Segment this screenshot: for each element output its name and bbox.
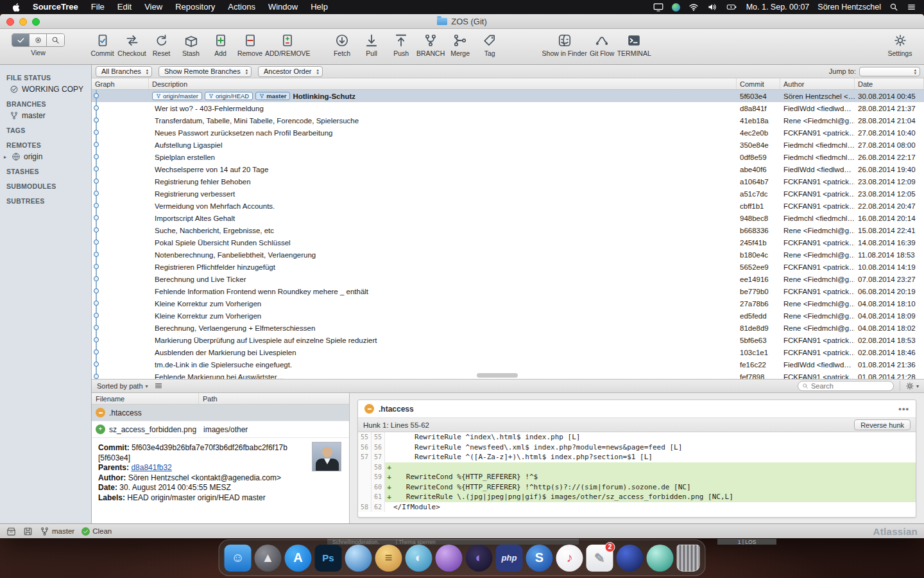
commit-list[interactable]: origin/master origin/HEAD master bbox=[92, 90, 924, 379]
toolbar-button[interactable]: Push bbox=[387, 33, 416, 57]
menubar-menu-item[interactable]: File bbox=[85, 0, 111, 14]
horizontal-scrollbar[interactable] bbox=[477, 373, 518, 378]
commit-row[interactable]: Pokal Spiele Übersicht Runden Schlüssel … bbox=[92, 236, 924, 249]
commit-row[interactable]: Kleine Korrektur zum Vorherigen ed5fedd … bbox=[92, 310, 924, 322]
colorful-app-menu-icon[interactable] bbox=[672, 3, 680, 12]
toolbar-button[interactable]: Add bbox=[206, 33, 235, 57]
spotlight-icon[interactable] bbox=[889, 3, 898, 12]
volume-icon[interactable] bbox=[707, 2, 717, 12]
toolbar-button[interactable]: Checkout bbox=[117, 33, 146, 57]
view-log-segment[interactable] bbox=[30, 34, 47, 46]
commit-row[interactable]: Vermeidung von Mehrfach Accounts. cbff1b… bbox=[92, 200, 924, 212]
commit-row[interactable]: Registrierung verbessert a51c7dc FCKFAN9… bbox=[92, 188, 924, 200]
file-row[interactable]: + sz_access_forbidden.png images/other bbox=[92, 421, 349, 438]
column-header-description[interactable]: Description bbox=[149, 78, 737, 89]
commit-row[interactable]: Aufstellung Ligaspiel 350e84e Fiedmchl <… bbox=[92, 139, 924, 151]
battery-icon[interactable] bbox=[726, 2, 738, 12]
commit-row[interactable]: origin/master origin/HEAD master bbox=[92, 90, 924, 102]
dock-app-icon[interactable] bbox=[677, 545, 700, 572]
column-header-date[interactable]: Date bbox=[855, 78, 924, 89]
toolbar-button[interactable]: Tag bbox=[475, 33, 504, 57]
filter-dropdown[interactable]: Ancestor Order bbox=[258, 66, 323, 77]
toolbar-button[interactable]: Pull bbox=[357, 33, 386, 57]
toolbar-button[interactable]: BRANCH bbox=[416, 33, 445, 57]
commit-row[interactable]: Berechnung, Verlaengerung + Elfmeterschi… bbox=[92, 322, 924, 334]
commit-row[interactable]: Berechnung und Live Ticker ee14916 Rene … bbox=[92, 273, 924, 285]
commit-row[interactable]: Ausblenden der Markierung bei Livespiele… bbox=[92, 346, 924, 358]
dock-app-icon[interactable]: A bbox=[285, 545, 312, 572]
column-header-author[interactable]: Author bbox=[780, 78, 855, 89]
dock-app-icon[interactable] bbox=[345, 545, 372, 572]
file-status-view-button[interactable] bbox=[6, 527, 16, 536]
sort-dropdown[interactable]: Sorted by path bbox=[97, 382, 148, 390]
commit-row[interactable]: Registrierung fehler Behoben a1064b7 FCK… bbox=[92, 175, 924, 188]
commit-row[interactable]: Markierung Überprüfung auf Livespiele au… bbox=[92, 334, 924, 346]
toolbar-button[interactable]: Fetch bbox=[328, 33, 357, 57]
commit-row[interactable]: Neues Passwort zurücksetzen nach Profil … bbox=[92, 127, 924, 139]
view-file-status-segment[interactable] bbox=[12, 34, 30, 46]
dock-app-icon[interactable]: ♪ bbox=[556, 545, 583, 572]
apple-menu[interactable] bbox=[5, 3, 26, 12]
sidebar-item[interactable]: master bbox=[0, 110, 91, 121]
commit-row[interactable]: Transferdatum, Tabelle, Mini Tabelle, Fo… bbox=[92, 114, 924, 127]
toolbar-button[interactable]: Stash bbox=[176, 33, 205, 57]
dock-app-icon[interactable] bbox=[436, 545, 463, 572]
commit-row[interactable]: Spielplan erstellen 0df8e59 Fiedmchl <fi… bbox=[92, 151, 924, 163]
dock-app-icon[interactable]: ◐ bbox=[406, 545, 432, 572]
commit-row[interactable]: Wer ist wo? - 403-Fehlermeldung d8a841f … bbox=[92, 102, 924, 114]
menubar-menu-item[interactable]: Window bbox=[262, 0, 304, 14]
repository-button[interactable] bbox=[23, 527, 33, 536]
minimize-window-button[interactable] bbox=[19, 18, 27, 26]
commit-row[interactable]: Suche, Nachbericht, Ergebnisse, etc b668… bbox=[92, 224, 924, 236]
parent-commit-link[interactable]: d8a841fb32 bbox=[131, 463, 171, 472]
current-branch-indicator[interactable]: master bbox=[40, 527, 74, 536]
toolbar-button[interactable]: Remove bbox=[235, 33, 264, 57]
sidebar-item[interactable]: ▸ origin bbox=[0, 151, 91, 162]
menubar-menu-item[interactable]: Repository bbox=[169, 0, 221, 14]
menubar-menu-item[interactable]: View bbox=[138, 0, 169, 14]
filter-dropdown[interactable]: All Branches bbox=[96, 66, 152, 77]
sidebar-item[interactable]: WORKING COPY bbox=[0, 83, 91, 95]
dock-app-icon[interactable]: ▲ bbox=[255, 545, 282, 572]
notification-center-icon[interactable] bbox=[907, 3, 916, 12]
display-menu-icon[interactable] bbox=[653, 2, 663, 12]
column-header-graph[interactable]: Graph bbox=[92, 78, 149, 89]
column-header-path[interactable]: Path bbox=[199, 393, 349, 404]
commit-row[interactable]: Registrieren Pflichtfelder hinzugefügt 5… bbox=[92, 261, 924, 273]
ref-badge[interactable]: origin/master bbox=[152, 92, 202, 100]
commit-row[interactable]: tm.de-Link in die Spielersuche eingefueg… bbox=[92, 358, 924, 371]
menubar-menu-item[interactable]: Edit bbox=[111, 0, 138, 14]
toolbar-button[interactable]: Git Flow bbox=[588, 33, 617, 57]
toolbar-button[interactable]: Show in Finder bbox=[542, 33, 587, 57]
disclosure-triangle[interactable]: ▸ bbox=[4, 154, 8, 160]
commit-row[interactable]: Fehlende Information Frontend wenn Round… bbox=[92, 285, 924, 297]
dock-app-icon[interactable]: ◐ bbox=[466, 545, 493, 572]
dock-app-icon[interactable]: php bbox=[496, 545, 523, 572]
window-titlebar[interactable]: ZOS (Git) bbox=[0, 14, 924, 29]
menubar-clock[interactable]: Mo. 1. Sep. 00:07 bbox=[746, 3, 810, 12]
diff-lines[interactable]: 55 55 RewriteRule ^index\.html$ index.ph… bbox=[358, 432, 916, 517]
dock-app-icon[interactable] bbox=[647, 545, 674, 572]
close-window-button[interactable] bbox=[6, 18, 14, 26]
ref-badge[interactable]: origin/HEAD bbox=[205, 92, 253, 100]
commit-row[interactable]: Notenberechnung, Fanbeliebtheit, Verlaen… bbox=[92, 249, 924, 261]
toolbar-button[interactable]: ADD/REMOVE bbox=[265, 33, 311, 57]
settings-button[interactable]: Settings bbox=[886, 33, 914, 57]
file-row[interactable]: ••• .htaccess bbox=[92, 405, 349, 421]
search-input[interactable] bbox=[811, 382, 889, 390]
dock-app-icon[interactable]: ☺ bbox=[225, 545, 252, 572]
dock-app-icon[interactable]: Ps bbox=[315, 545, 342, 572]
search-field[interactable] bbox=[798, 381, 894, 391]
toolbar-button[interactable]: Merge bbox=[446, 33, 475, 57]
commit-row[interactable]: Kleine Korrektur zum Vorherigen 27a78b6 … bbox=[92, 297, 924, 310]
column-header-commit[interactable]: Commit bbox=[737, 78, 780, 89]
toolbar-button[interactable]: TERMINAL bbox=[617, 33, 651, 57]
menubar-menu-item[interactable]: Actions bbox=[221, 0, 262, 14]
dock-app-icon[interactable]: ≡ bbox=[375, 545, 402, 572]
column-header-filename[interactable]: Filename bbox=[92, 393, 199, 404]
ref-badge[interactable]: master bbox=[255, 92, 290, 100]
toolbar-button[interactable]: Commit bbox=[88, 33, 117, 57]
zoom-window-button[interactable] bbox=[32, 18, 40, 26]
filter-dropdown[interactable]: Show Remote Branches bbox=[158, 66, 252, 77]
commit-row[interactable]: Importscript Altes Gehalt 948bec8 Fiedmc… bbox=[92, 212, 924, 224]
